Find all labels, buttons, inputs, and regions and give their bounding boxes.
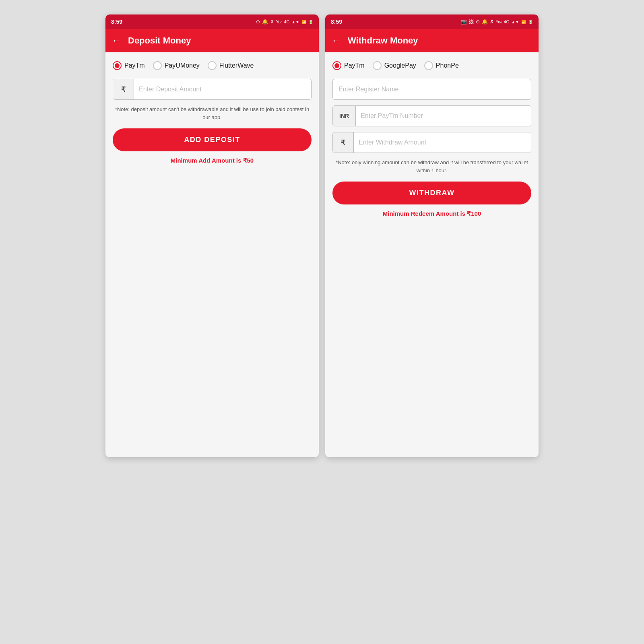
withdraw-paytm-number-field[interactable] <box>356 106 531 126</box>
deposit-add-button[interactable]: ADD DEPOSIT <box>113 128 312 151</box>
deposit-note: *Note: deposit amount can't be withdrawa… <box>113 105 312 121</box>
deposit-status-bar: 8:59 ⊙ 🔔 ✗ Yo₀ 4G ▲▼ 📶 🔋 <box>105 14 319 29</box>
withdraw-amount-field[interactable] <box>354 132 531 153</box>
withdraw-screen: 8:59 📷 🖼 ⊙ 🔔 ✗ Yo₀ 4G ▲▼ 📶 🔋 ← Withdraw … <box>325 14 539 457</box>
withdraw-phonpe-label: PhonPe <box>436 62 459 69</box>
withdraw-inr-prefix: INR <box>333 106 356 126</box>
deposit-payment-methods: PayTm PayUMoney FlutterWave <box>113 61 312 70</box>
deposit-payumoney-label: PayUMoney <box>165 62 200 69</box>
deposit-title: Deposit Money <box>128 35 191 46</box>
deposit-flutterwave-radio[interactable]: FlutterWave <box>208 61 254 70</box>
withdraw-title: Withdraw Money <box>348 35 418 46</box>
withdraw-currency-prefix: ₹ <box>333 132 354 153</box>
withdraw-status-bar: 8:59 📷 🖼 ⊙ 🔔 ✗ Yo₀ 4G ▲▼ 📶 🔋 <box>325 14 539 29</box>
deposit-flutterwave-label: FlutterWave <box>219 62 254 69</box>
withdraw-register-name-field[interactable] <box>332 79 531 100</box>
deposit-time: 8:59 <box>111 19 122 25</box>
withdraw-note: *Note: only winning amount can be withdr… <box>332 159 531 174</box>
deposit-paytm-radio[interactable]: PayTm <box>113 61 145 70</box>
withdraw-back-button[interactable]: ← <box>332 35 341 46</box>
withdraw-phonpe-radio-circle <box>424 61 433 70</box>
deposit-flutterwave-radio-circle <box>208 61 217 70</box>
deposit-currency-prefix: ₹ <box>113 79 134 99</box>
withdraw-amount-input-row: ₹ <box>332 132 531 153</box>
withdraw-googlepay-radio[interactable]: GooglePay <box>373 61 416 70</box>
deposit-paytm-radio-circle <box>113 61 122 70</box>
withdraw-googlepay-radio-circle <box>373 61 382 70</box>
withdraw-googlepay-label: GooglePay <box>384 62 416 69</box>
withdraw-min-amount: Minimum Redeem Amount is ₹100 <box>332 210 531 217</box>
withdraw-paytm-radio-circle <box>332 61 341 70</box>
deposit-min-amount: Minimum Add Amount is ₹50 <box>113 157 312 164</box>
deposit-back-button[interactable]: ← <box>112 35 121 46</box>
withdraw-paytm-radio[interactable]: PayTm <box>332 61 365 70</box>
deposit-payumoney-radio[interactable]: PayUMoney <box>153 61 200 70</box>
withdraw-button[interactable]: WITHDRAW <box>332 182 531 204</box>
deposit-screen: 8:59 ⊙ 🔔 ✗ Yo₀ 4G ▲▼ 📶 🔋 ← Deposit Money <box>105 14 319 457</box>
deposit-content: PayTm PayUMoney FlutterWave ₹ *Note: dep… <box>105 52 319 457</box>
withdraw-paytm-label: PayTm <box>344 62 365 69</box>
deposit-paytm-label: PayTm <box>124 62 145 69</box>
deposit-payumoney-radio-circle <box>153 61 162 70</box>
withdraw-status-icons: 📷 🖼 ⊙ 🔔 ✗ Yo₀ 4G ▲▼ 📶 🔋 <box>461 19 533 25</box>
deposit-status-icons: ⊙ 🔔 ✗ Yo₀ 4G ▲▼ 📶 🔋 <box>256 19 313 25</box>
withdraw-content: PayTm GooglePay PhonPe INR ₹ <box>325 52 539 457</box>
withdraw-time: 8:59 <box>331 19 342 25</box>
deposit-app-bar: ← Deposit Money <box>105 29 319 52</box>
withdraw-app-bar: ← Withdraw Money <box>325 29 539 52</box>
withdraw-phonpe-radio[interactable]: PhonPe <box>424 61 459 70</box>
withdraw-paytm-number-row: INR <box>332 105 531 126</box>
withdraw-payment-methods: PayTm GooglePay PhonPe <box>332 61 531 70</box>
deposit-amount-input-row: ₹ <box>113 79 312 100</box>
deposit-amount-field[interactable] <box>134 79 311 99</box>
